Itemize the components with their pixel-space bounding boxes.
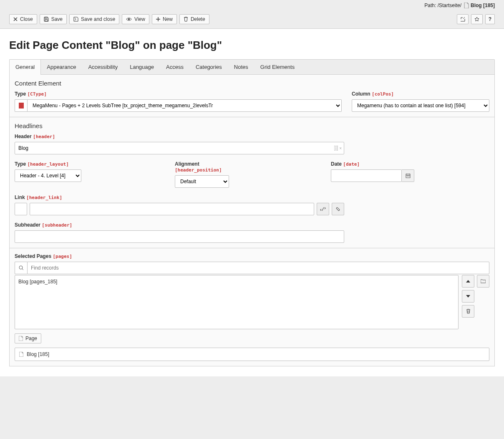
alignment-label: Alignment [header_position]	[175, 161, 229, 173]
date-label: Date [date]	[331, 161, 414, 167]
page-icon	[19, 352, 23, 357]
header-clear-button[interactable]: ×	[334, 146, 342, 151]
svg-point-2	[128, 18, 130, 20]
new-label: New	[163, 17, 173, 22]
star-icon	[474, 17, 479, 22]
headlines-panel: Headlines Header [header] × Type [header…	[9, 117, 495, 248]
save-close-label: Save and close	[81, 17, 115, 22]
breadcrumb-bar: Path: /Startseite/ Blog [185]	[0, 0, 504, 11]
tab-language[interactable]: Language	[124, 60, 160, 74]
path-segment[interactable]: /Startseite/	[438, 3, 461, 8]
delete-label: Delete	[191, 17, 205, 22]
trash-icon	[184, 17, 188, 22]
content-element-panel: Content Element Type [CType] MegaMenu - …	[9, 74, 495, 117]
trash-icon	[466, 309, 471, 314]
subheader-label: Subheader [subheader]	[15, 222, 344, 228]
link-wizard-button[interactable]	[332, 203, 344, 215]
content-element-title: Content Element	[15, 80, 489, 87]
colpos-select[interactable]: Megamenu (has to contain at least one li…	[352, 99, 489, 112]
header-type-select[interactable]: Header - 4. Level [4]	[15, 169, 81, 182]
ctype-icon	[15, 99, 27, 112]
list-item[interactable]: Blog [pages_185]	[18, 278, 455, 285]
external-link-icon	[460, 17, 465, 22]
search-icon	[15, 262, 27, 274]
eye-icon	[126, 17, 132, 21]
header-input[interactable]	[15, 142, 344, 154]
selected-pages-label: Selected Pages [pages]	[15, 253, 489, 259]
page-btn-label: Page	[25, 336, 37, 341]
calendar-icon	[406, 173, 411, 178]
close-label: Close	[20, 17, 33, 22]
link-label: Link [header_link]	[15, 194, 344, 200]
date-picker-button[interactable]	[402, 169, 414, 182]
caret-up-icon	[466, 280, 470, 283]
browse-folder-button[interactable]	[477, 275, 489, 288]
tab-notes[interactable]: Notes	[228, 60, 255, 74]
delete-button[interactable]: Delete	[179, 14, 209, 24]
svg-rect-7	[409, 176, 410, 177]
toggle-icon	[320, 207, 326, 212]
page-title: Edit Page Content "Blog" on page "Blog"	[9, 39, 495, 52]
view-label: View	[134, 17, 145, 22]
tabs: General Appearance Accessibility Languag…	[9, 59, 495, 74]
path-current: Blog [185]	[471, 3, 495, 8]
remove-item-button[interactable]	[462, 305, 474, 318]
save-icon	[44, 17, 49, 22]
link-type-indicator	[15, 203, 27, 215]
find-records-input[interactable]	[27, 262, 489, 274]
tab-general[interactable]: General	[9, 59, 41, 74]
ctype-select[interactable]: MegaMenu - Pages + 2 Levels SubTree [tx_…	[27, 99, 342, 112]
save-close-icon	[73, 17, 78, 22]
close-icon	[13, 17, 18, 21]
selected-pages-list[interactable]: Blog [pages_185]	[15, 275, 459, 329]
header-label: Header [header]	[15, 134, 344, 139]
alignment-select[interactable]: Default	[175, 175, 229, 188]
open-external-button[interactable]	[457, 14, 469, 24]
headlines-title: Headlines	[15, 122, 489, 129]
chip-label: Blog [185]	[27, 351, 49, 357]
move-up-button[interactable]	[462, 275, 474, 288]
question-icon: ?	[489, 17, 491, 22]
link-input[interactable]	[30, 203, 314, 215]
caret-down-icon	[466, 295, 470, 298]
save-label: Save	[51, 17, 63, 22]
toolbar: Close Save Save and close View New Delet…	[0, 11, 504, 29]
link-toggle-button[interactable]	[317, 203, 329, 215]
page-icon	[19, 336, 23, 341]
bookmark-button[interactable]	[471, 14, 483, 24]
move-down-button[interactable]	[462, 290, 474, 303]
path-label: Path:	[424, 3, 436, 8]
recent-page-chip[interactable]: Blog [185]	[15, 348, 489, 361]
close-button[interactable]: Close	[9, 14, 37, 24]
subheader-input[interactable]	[15, 230, 344, 243]
view-button[interactable]: View	[122, 14, 149, 24]
folder-icon	[481, 279, 486, 283]
tab-grid-elements[interactable]: Grid Elements	[255, 60, 301, 74]
svg-point-8	[19, 266, 23, 269]
svg-rect-1	[45, 20, 48, 21]
tab-appearance[interactable]: Appearance	[41, 60, 82, 74]
svg-rect-6	[408, 176, 408, 177]
content-area: Edit Page Content "Blog" on page "Blog" …	[0, 29, 504, 376]
ctype-label: Type [CType]	[15, 91, 342, 97]
tab-access[interactable]: Access	[160, 60, 190, 74]
tab-accessibility[interactable]: Accessibility	[82, 60, 124, 74]
plus-icon	[156, 17, 160, 21]
add-page-button[interactable]: Page	[15, 333, 41, 343]
svg-rect-0	[45, 17, 47, 19]
tab-categories[interactable]: Categories	[190, 60, 228, 74]
svg-rect-5	[407, 176, 408, 177]
page-icon	[464, 3, 469, 8]
header-type-label: Type [header_layout]	[15, 161, 81, 167]
help-button[interactable]: ?	[485, 14, 495, 24]
colpos-label: Column [colPos]	[352, 91, 489, 97]
selected-pages-panel: Selected Pages [pages] Blog [pages_185]	[9, 248, 495, 366]
save-close-button[interactable]: Save and close	[69, 14, 119, 24]
link-icon	[335, 207, 340, 212]
save-button[interactable]: Save	[40, 14, 67, 24]
date-input[interactable]	[331, 169, 402, 182]
new-button[interactable]: New	[152, 14, 177, 24]
